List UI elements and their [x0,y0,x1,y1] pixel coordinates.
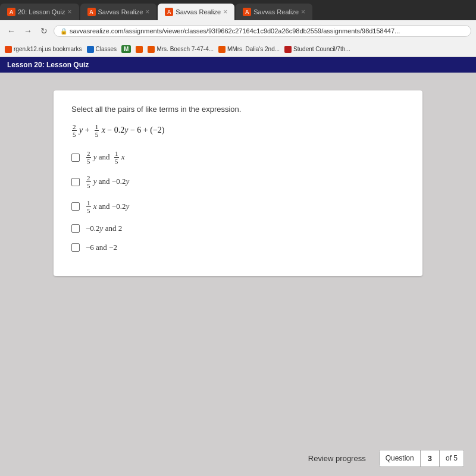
bookmark-icon-4 [136,46,143,53]
bookmark-label-6: MMrs. Dalia's 2nd... [227,46,280,52]
tab-lesson-quiz[interactable]: A 20: Lesson Quiz × [0,4,79,20]
url-text: savvasrealize.com/assignments/viewer/cla… [70,27,400,35]
question-label: Question [380,450,420,466]
tab-close-1[interactable]: × [68,8,72,16]
bookmark-label-1: rgen.k12.nj.us bookmarks [14,46,82,52]
option-2: 2 5 y and −0.2y [71,174,405,189]
address-bar: ← → ↻ 🔒 savvasrealize.com/assignments/vi… [0,20,476,42]
question-total: of 5 [440,450,464,466]
review-progress-button[interactable]: Review progress [301,449,373,468]
checkbox-4[interactable] [71,224,80,233]
bookmark-label-5: Mrs. Boesch 7-47-4... [156,46,214,52]
bookmark-6[interactable]: MMrs. Dalia's 2nd... [218,46,280,53]
browser-chrome: A 20: Lesson Quiz × A Savvas Realize × A… [0,0,476,57]
checkbox-2[interactable] [71,178,80,186]
option-5: −6 and −2 [71,243,405,252]
tab-label-3: Savvas Realize [176,8,221,15]
bookmark-icon-2 [87,46,94,53]
fraction-1-5: 1 5 [95,123,99,138]
quiz-card: Select all the pairs of like terms in th… [54,90,422,276]
bookmark-1[interactable]: rgen.k12.nj.us bookmarks [5,46,82,53]
bookmark-label-3: M [121,45,131,53]
option-3-label: 1 5 x and −0.2y [86,199,129,214]
question-text: Select all the pairs of like terms in th… [71,105,405,114]
option-4: −0.2y and 2 [71,224,405,233]
fraction-2-5: 2 5 [72,123,77,138]
option-2-label: 2 5 y and −0.2y [86,174,129,189]
tab-favicon-1: A [7,8,15,16]
option-3: 1 5 x and −0.2y [71,199,405,214]
lock-icon: 🔒 [60,28,67,35]
checkbox-3[interactable] [71,202,80,211]
bookmark-5[interactable]: Mrs. Boesch 7-47-4... [148,46,214,53]
bookmarks-bar: rgen.k12.nj.us bookmarks Classes M Mrs. … [0,42,476,57]
fraction-opt2-2-5: 2 5 [86,174,91,189]
tab-label-4: Savvas Realize [253,8,299,15]
checkbox-1[interactable] [71,154,80,162]
page-header: Lesson 20: Lesson Quiz [0,57,476,73]
tab-savvas-2-active[interactable]: A Savvas Realize × [158,4,234,20]
tab-close-4[interactable]: × [301,8,305,16]
total-questions: 5 [453,454,458,462]
tab-close-2[interactable]: × [145,8,149,16]
bookmark-label-7: Student Council/7th... [293,46,350,52]
bookmark-3[interactable]: M [121,45,131,53]
bookmark-2[interactable]: Classes [87,46,117,53]
page-title: Lesson 20: Lesson Quiz [7,61,89,69]
footer: Review progress Question 3 of 5 [0,440,476,476]
tab-savvas-3[interactable]: A Savvas Realize × [236,4,312,20]
tab-label-2: Savvas Realize [98,8,143,15]
refresh-button[interactable]: ↻ [38,25,50,37]
question-number: 3 [420,450,440,466]
fraction-opt1-2-5: 2 5 [86,150,91,165]
url-box[interactable]: 🔒 savvasrealize.com/assignments/viewer/c… [54,25,471,37]
option-1: 2 5 y and 1 5 x [71,150,405,165]
bookmark-icon-1 [5,46,12,53]
tab-favicon-4: A [243,8,251,16]
option-4-label: −0.2y and 2 [86,224,122,233]
back-button[interactable]: ← [5,25,18,37]
expression: 2 5 y + 1 5 x − 0.2y − 6 + (−2) [71,123,405,138]
tab-label-1: 20: Lesson Quiz [18,8,65,15]
bookmark-7[interactable]: Student Council/7th... [284,46,350,53]
fraction-opt3-1-5: 1 5 [86,199,91,214]
tab-bar: A 20: Lesson Quiz × A Savvas Realize × A… [0,0,476,20]
option-1-label: 2 5 y and 1 5 x [86,150,125,165]
bookmark-icon-6 [218,46,226,53]
forward-button[interactable]: → [21,25,35,37]
fraction-opt1-1-5: 1 5 [114,150,119,165]
bookmark-icon-7 [284,46,292,53]
of-label: of [446,454,452,462]
question-nav: Question 3 of 5 [379,450,464,467]
option-5-label: −6 and −2 [86,243,117,252]
tab-savvas-1[interactable]: A Savvas Realize × [80,4,157,20]
tab-close-3[interactable]: × [223,8,227,16]
main-content: Select all the pairs of like terms in th… [0,73,476,294]
tab-favicon-3: A [165,8,173,16]
checkbox-5[interactable] [71,243,80,252]
bookmark-icon-5 [148,46,155,53]
bookmark-label-2: Classes [96,46,117,52]
tab-favicon-2: A [87,8,96,16]
bookmark-4[interactable] [136,46,143,53]
